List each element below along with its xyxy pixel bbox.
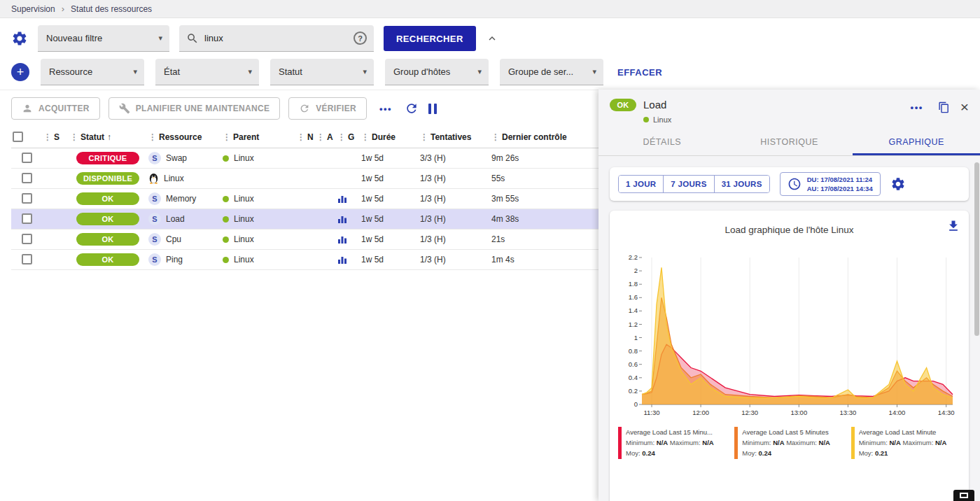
close-panel-icon[interactable]: × [960,101,969,114]
criteria-select-groupe-de-ser[interactable]: Groupe de ser...▾ [500,59,603,85]
row-checkbox[interactable] [22,254,32,264]
duration-cell: 1w 5d [360,168,419,188]
criteria-select-statut[interactable]: Statut▾ [270,59,374,85]
column-header-g[interactable]: ⋮G [336,127,360,148]
kebab-icon[interactable]: ⋮ [361,132,370,142]
graph-icon[interactable] [337,194,347,204]
table-row-linux[interactable]: DISPONIBLELinux1w 5d1/3 (H)55s [11,168,598,188]
select-all-checkbox[interactable] [13,132,23,142]
criteria-select-tat[interactable]: État▾ [155,59,259,85]
load-area-chart: 11:3012:0012:3013:0013:3014:0014:3000.20… [618,250,960,423]
column-header-a[interactable]: ⋮A [315,127,336,148]
copy-link-icon[interactable] [938,101,950,113]
saved-filter-select[interactable]: Nouveau filtre ▾ [38,25,169,52]
service-badge: S [148,152,161,164]
breadcrumb-item-supervision[interactable]: Supervision [11,4,55,14]
kebab-icon[interactable]: ⋮ [337,132,346,142]
criteria-selects: Ressource▾État▾Statut▾Group d'hôtes▾Grou… [41,59,603,85]
resource-name[interactable]: Ping [166,255,183,264]
pause-refresh-button[interactable] [428,104,437,114]
period-picker[interactable]: DU: 17/08/2021 11:24 AU: 17/08/2021 14:3… [780,172,881,197]
column-header-parent[interactable]: ⋮Parent [221,127,295,148]
resource-name[interactable]: Load [166,214,185,224]
table-row-load[interactable]: OKSLoadLinux1w 5d1/3 (H)4m 38s [11,209,598,229]
refresh-list-button[interactable] [405,101,419,115]
column-header-s[interactable]: ⋮S [42,127,69,148]
tries-cell: 1/3 (H) [419,229,490,249]
resource-name[interactable]: Memory [166,194,196,204]
breadcrumb-item-current[interactable]: Statut des ressources [71,4,152,14]
tab-historique[interactable]: HISTORIQUE [726,129,853,155]
table-row-cpu[interactable]: OKSCpuLinux1w 5d1/3 (H)21s [11,229,598,249]
column-header-statut[interactable]: ⋮Statut↑ [69,127,147,148]
graph-icon[interactable] [337,214,347,224]
graph-icon[interactable] [337,234,347,244]
table-row-ping[interactable]: OKSPingLinux1w 5d1/3 (H)1m 4s [11,249,598,269]
more-actions-button[interactable]: ••• [375,104,396,114]
notes-cell [295,188,315,209]
column-header-dernier-contr-le[interactable]: ⋮Dernier contrôle [490,127,598,148]
refresh-icon [299,103,310,114]
chevron-down-icon: ▾ [592,67,596,76]
kebab-icon[interactable]: ⋮ [223,132,231,142]
graph-icon[interactable] [337,255,347,264]
resource-name[interactable]: Swap [166,153,187,163]
row-checkbox[interactable] [22,173,32,183]
range-button-7-jours[interactable]: 7 JOURS [663,176,713,192]
parent-cell: Linux [221,229,295,249]
status-dot [223,237,229,243]
panel-subtitle: Linux [653,115,671,124]
filter-settings-gear-icon[interactable] [11,30,28,47]
row-checkbox[interactable] [22,234,32,244]
search-button[interactable]: RECHERCHER [384,26,476,51]
check-button[interactable]: VÉRIFIER [288,97,367,120]
collapse-filters-chevron-up-icon[interactable] [486,32,498,45]
legend-item-average-load-last-15-minu[interactable]: Average Load Last 15 Minu...Minimum: N/A… [618,427,727,459]
legend-item-average-load-last-5-minutes[interactable]: Average Load Last 5 MinutesMinimum: N/A … [734,427,844,459]
clear-filters-link[interactable]: EFFACER [617,67,662,78]
kebab-icon[interactable]: ⋮ [420,132,428,142]
kebab-icon[interactable]: ⋮ [148,132,157,142]
kebab-icon[interactable]: ⋮ [491,132,500,142]
tab-graphique[interactable]: GRAPHIQUE [853,129,980,155]
criteria-select-ressource[interactable]: Ressource▾ [41,59,144,85]
parent-cell: Linux [221,148,295,168]
maintenance-button[interactable]: PLANIFIER UNE MAINTENANCE [108,97,281,120]
graph-settings-gear-icon[interactable] [890,176,906,192]
column-header-tentatives[interactable]: ⋮Tentatives [419,127,490,148]
range-button-31-jours[interactable]: 31 JOURS [714,176,769,192]
panel-scrollbar[interactable] [974,162,979,336]
tab-d-tails[interactable]: DÉTAILS [598,129,726,155]
column-header-ressource[interactable]: ⋮Ressource [147,127,221,148]
svg-text:12:30: 12:30 [741,409,758,416]
breadcrumb-separator-icon: › [62,3,64,14]
criteria-select-group-d-h-tes[interactable]: Group d'hôtes▾ [385,59,489,85]
kebab-icon[interactable]: ⋮ [70,132,78,142]
resource-name[interactable]: Cpu [166,234,181,244]
table-row-memory[interactable]: OKSMemoryLinux1w 5d1/3 (H)3m 55s [11,188,598,209]
row-checkbox[interactable] [22,153,32,163]
row-checkbox[interactable] [22,213,32,224]
column-header-dur-e[interactable]: ⋮Durée [360,127,419,148]
legend-color-bar [618,427,622,459]
help-icon[interactable]: ? [354,31,367,45]
graph-cell [336,249,360,269]
row-checkbox[interactable] [22,193,32,204]
range-button-1-jour[interactable]: 1 JOUR [619,176,663,192]
legend-item-average-load-last-minute[interactable]: Average Load Last MinuteMinimum: N/A Max… [851,427,960,459]
panel-more-button[interactable]: ••• [906,102,927,113]
add-criteria-button[interactable]: + [11,63,29,81]
duration-cell: 1w 5d [360,229,419,249]
search-box[interactable]: ? [179,25,374,52]
kebab-icon[interactable]: ⋮ [43,132,52,142]
period-to: AU: 17/08/2021 14:34 [807,184,873,193]
kebab-icon[interactable]: ⋮ [297,132,305,142]
export-chart-download-icon[interactable] [946,219,960,233]
column-header-n[interactable]: ⋮N [295,127,315,148]
acknowledge-button[interactable]: ACQUITTER [11,97,100,120]
search-input[interactable] [204,33,348,43]
kebab-icon[interactable]: ⋮ [316,132,325,142]
resource-name[interactable]: Linux [164,174,184,183]
panel-content: 1 JOUR7 JOURS31 JOURS DU: 17/08/2021 11:… [598,156,980,501]
table-row-swap[interactable]: CRITIQUESSwapLinux1w 5d3/3 (H)9m 26s [11,148,598,168]
